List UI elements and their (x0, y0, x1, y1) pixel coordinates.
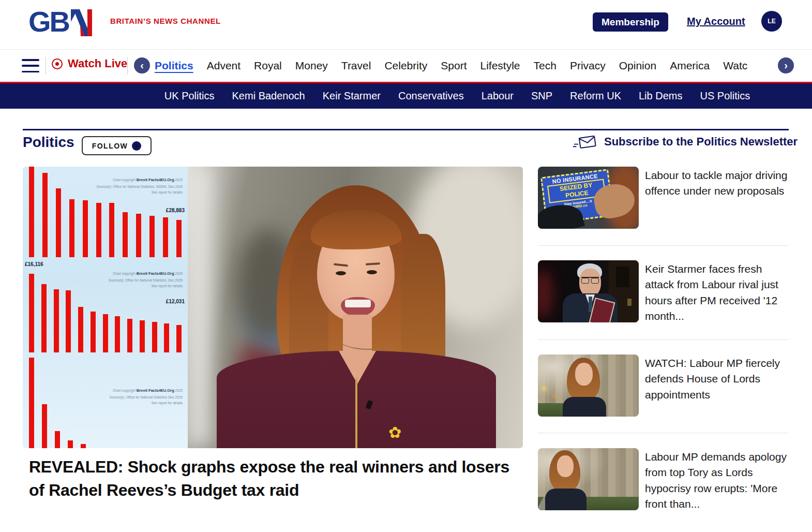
primary-nav-links: Politics Advent Royal Money Travel Celeb… (155, 50, 775, 82)
secondary-nav-item[interactable]: UK Politics (164, 90, 215, 102)
gbn-logo-gb-text: GB (28, 5, 69, 38)
secondary-nav-item[interactable]: Labour (482, 90, 514, 102)
budget-charts-panel: Chart copyright Brexit Facts4EU.Org 2025… (23, 167, 188, 448)
sidebar-article-headline: Labour MP demands apology from top Tory … (645, 448, 789, 512)
gbn-logo[interactable]: GB (28, 5, 94, 38)
primary-nav-item[interactable]: America (670, 60, 710, 72)
my-account-link[interactable]: My Account (687, 16, 745, 27)
sidebar-divider (538, 433, 789, 433)
sidebar-article-3[interactable]: WATCH: Labour MP fiercely defends House … (538, 354, 789, 417)
user-avatar[interactable]: LE (761, 11, 782, 32)
sidebar-article-2-thumbnail (538, 260, 639, 322)
plus-icon: + (132, 141, 141, 151)
primary-nav-item[interactable]: Celebrity (384, 60, 427, 72)
secondary-nav-item[interactable]: Lib Dems (639, 90, 682, 102)
site-header: GB BRITAIN’S NEWS CHANNEL Membership My … (0, 0, 812, 50)
primary-nav-item[interactable]: Royal (254, 60, 282, 72)
live-dot-icon (52, 58, 63, 69)
main-article-headline[interactable]: REVEALED: Shock graphs expose the real w… (29, 455, 510, 503)
secondary-nav-item[interactable]: Keir Starmer (323, 90, 381, 102)
sidebar-divider (538, 245, 789, 246)
nav-scroll-left-button[interactable]: ‹ (134, 57, 150, 73)
sidebar-article-4-thumbnail (538, 448, 639, 510)
membership-button[interactable]: Membership (593, 12, 668, 32)
sidebar-divider (538, 339, 789, 340)
sidebar-article-headline: WATCH: Labour MP fiercely defends House … (645, 354, 789, 417)
secondary-nav: UK Politics Kemi Badenoch Keir Starmer C… (0, 83, 812, 109)
sidebar-article-headline: Labour to tackle major driving offence u… (645, 167, 789, 229)
primary-nav-item[interactable]: Privacy (570, 60, 606, 72)
section-rule (23, 129, 789, 130)
primary-nav: Watch Live ‹ Politics Advent Royal Money… (0, 50, 812, 82)
secondary-nav-item[interactable]: US Politics (700, 90, 750, 102)
primary-nav-item[interactable]: Money (295, 60, 328, 72)
chart-value-label: £28,883 (166, 208, 185, 213)
page-title: Politics (23, 134, 74, 151)
secondary-nav-item[interactable]: Conservatives (398, 90, 464, 102)
watch-live-link[interactable]: Watch Live (52, 57, 127, 70)
menu-hamburger-icon[interactable] (22, 59, 39, 72)
primary-nav-item[interactable]: Watc (723, 60, 747, 72)
nav-divider (46, 57, 46, 75)
rachel-reeves-photo: ✿ (188, 167, 523, 448)
primary-nav-item[interactable]: Tech (534, 60, 557, 72)
gb-news-politics-page: GB BRITAIN’S NEWS CHANNEL Membership My … (0, 0, 812, 532)
primary-nav-item[interactable]: Politics (155, 60, 193, 72)
chart-average-1: Chart copyright Brexit Facts4EU.Org 2025… (23, 167, 188, 259)
newsletter-label: Subscribe to the Politics Newsletter (604, 135, 798, 149)
nav-scroll-right-button[interactable]: › (778, 57, 794, 73)
primary-nav-item[interactable]: Lifestyle (480, 60, 520, 72)
main-article-image[interactable]: Chart copyright Brexit Facts4EU.Org 2025… (23, 167, 523, 448)
gbn-logo-n-icon (71, 9, 94, 36)
follow-label: FOLLOW (92, 142, 128, 150)
primary-nav-item[interactable]: Travel (341, 60, 371, 72)
chart-average-2: £16,116 Chart copyright Brexit Facts4EU.… (23, 259, 188, 353)
primary-nav-item[interactable]: Opinion (619, 60, 656, 72)
sidebar-article-4[interactable]: Labour MP demands apology from top Tory … (538, 448, 789, 512)
chart-value-label: £16,116 (25, 261, 43, 267)
sidebar-article-1[interactable]: NO INSURANCE SEIZED BY POLICE Stay insur… (538, 167, 789, 229)
sidebar-article-1-thumbnail: NO INSURANCE SEIZED BY POLICE Stay insur… (538, 167, 639, 229)
secondary-nav-item[interactable]: Kemi Badenoch (232, 90, 305, 102)
primary-nav-item[interactable]: Sport (441, 60, 467, 72)
channel-tagline: BRITAIN’S NEWS CHANNEL (110, 17, 221, 25)
secondary-nav-item[interactable]: SNP (531, 90, 552, 102)
envelope-icon (573, 134, 598, 150)
watch-live-label: Watch Live (68, 57, 127, 70)
sidebar-article-2[interactable]: Keir Starmer faces fresh attack from Lab… (538, 260, 789, 324)
nav-divider (127, 57, 128, 75)
daffodil-pin: ✿ (388, 423, 401, 441)
primary-nav-item[interactable]: Advent (207, 60, 240, 72)
sidebar-article-3-thumbnail (538, 354, 639, 417)
newsletter-subscribe-link[interactable]: Subscribe to the Politics Newsletter (573, 134, 798, 150)
chart-value-label: £12,031 (166, 299, 185, 304)
chart-average-3: Chart copyright Brexit Facts4EU.Org 2025… (23, 353, 188, 448)
sidebar-article-headline: Keir Starmer faces fresh attack from Lab… (645, 260, 789, 324)
secondary-nav-item[interactable]: Reform UK (570, 90, 621, 102)
follow-button[interactable]: FOLLOW + (82, 136, 152, 155)
